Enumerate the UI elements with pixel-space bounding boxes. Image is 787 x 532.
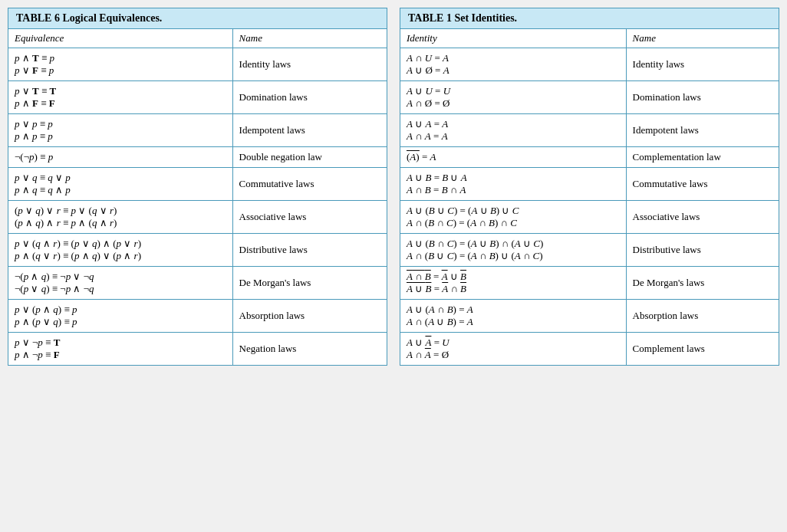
table-row: (p ∨ q) ∨ r ≡ p ∨ (q ∨ r)(p ∧ q) ∧ r ≡ p… (8, 201, 387, 234)
name-cell: Complement laws (626, 333, 779, 366)
name-cell: Absorption laws (232, 300, 387, 333)
formula-cell: p ∨ T ≡ Tp ∧ F ≡ F (8, 81, 232, 114)
identity-cell: A ∪ A = UA ∩ A = Ø (400, 333, 626, 366)
table1-col2-header: Name (626, 29, 779, 48)
table-row: A ∪ U = UA ∩ Ø = ØDomination laws (400, 81, 779, 114)
table1-num: TABLE 1 (408, 12, 452, 24)
table-row: p ∨ T ≡ Tp ∧ F ≡ FDomination laws (8, 81, 387, 114)
table1-title: Set Identities. (454, 12, 517, 24)
table-row: (A) = AComplementation law (400, 147, 779, 168)
table1-header: TABLE 1 Set Identities. (400, 8, 779, 29)
table-row: p ∨ ¬p ≡ Tp ∧ ¬p ≡ FNegation laws (8, 333, 387, 366)
table6-header: TABLE 6 Logical Equivalences. (8, 8, 387, 29)
table-row: p ∨ (p ∧ q) ≡ pp ∧ (p ∨ q) ≡ pAbsorption… (8, 300, 387, 333)
name-cell: Identity laws (232, 48, 387, 81)
formula-cell: p ∨ (p ∧ q) ≡ pp ∧ (p ∨ q) ≡ p (8, 300, 232, 333)
name-cell: Idempotent laws (626, 114, 779, 147)
table-row: A ∪ A = AA ∩ A = AIdempotent laws (400, 114, 779, 147)
formula-cell: p ∨ ¬p ≡ Tp ∧ ¬p ≡ F (8, 333, 232, 366)
name-cell: Negation laws (232, 333, 387, 366)
table-row: A ∪ B = B ∪ AA ∩ B = B ∩ ACommutative la… (400, 168, 779, 201)
table1-wrapper: TABLE 1 Set Identities. Identity Name A … (400, 8, 779, 366)
table-row: p ∧ T ≡ pp ∨ F ≡ pIdentity laws (8, 48, 387, 81)
page-container: TABLE 6 Logical Equivalences. Equivalenc… (8, 8, 779, 366)
table-row: A ∪ (A ∩ B) = AA ∩ (A ∪ B) = AAbsorption… (400, 300, 779, 333)
table-row: p ∨ q ≡ q ∨ pp ∧ q ≡ q ∧ pCommutative la… (8, 168, 387, 201)
name-cell: Idempotent laws (232, 114, 387, 147)
identity-cell: A ∩ B = A ∪ BA ∪ B = A ∩ B (400, 267, 626, 300)
name-cell: Domination laws (626, 81, 779, 114)
identity-cell: A ∪ U = UA ∩ Ø = Ø (400, 81, 626, 114)
name-cell: Complementation law (626, 147, 779, 168)
name-cell: Commutative laws (232, 168, 387, 201)
formula-cell: ¬(p ∧ q) ≡ ¬p ∨ ¬q¬(p ∨ q) ≡ ¬p ∧ ¬q (8, 267, 232, 300)
identity-cell: A ∪ (B ∪ C) = (A ∪ B) ∪ CA ∩ (B ∩ C) = (… (400, 201, 626, 234)
table6-wrapper: TABLE 6 Logical Equivalences. Equivalenc… (8, 8, 387, 366)
name-cell: Commutative laws (626, 168, 779, 201)
table-row: p ∨ (q ∧ r) ≡ (p ∨ q) ∧ (p ∨ r)p ∧ (q ∨ … (8, 234, 387, 267)
name-cell: De Morgan's laws (626, 267, 779, 300)
formula-cell: p ∨ q ≡ q ∨ pp ∧ q ≡ q ∧ p (8, 168, 232, 201)
identity-cell: (A) = A (400, 147, 626, 168)
name-cell: De Morgan's laws (232, 267, 387, 300)
identity-cell: A ∪ A = AA ∩ A = A (400, 114, 626, 147)
table-row: A ∩ U = AA ∪ Ø = AIdentity laws (400, 48, 779, 81)
name-cell: Distributive laws (232, 234, 387, 267)
name-cell: Associative laws (626, 201, 779, 234)
table6: Equivalence Name p ∧ T ≡ pp ∨ F ≡ pIdent… (8, 29, 387, 365)
table-row: ¬(p ∧ q) ≡ ¬p ∨ ¬q¬(p ∨ q) ≡ ¬p ∧ ¬qDe M… (8, 267, 387, 300)
name-cell: Identity laws (626, 48, 779, 81)
identity-cell: A ∪ (A ∩ B) = AA ∩ (A ∪ B) = A (400, 300, 626, 333)
name-cell: Domination laws (232, 81, 387, 114)
formula-cell: p ∨ (q ∧ r) ≡ (p ∨ q) ∧ (p ∨ r)p ∧ (q ∨ … (8, 234, 232, 267)
name-cell: Distributive laws (626, 234, 779, 267)
identity-cell: A ∪ B = B ∪ AA ∩ B = B ∩ A (400, 168, 626, 201)
formula-cell: ¬(¬p) ≡ p (8, 147, 232, 168)
formula-cell: p ∧ T ≡ pp ∨ F ≡ p (8, 48, 232, 81)
name-cell: Double negation law (232, 147, 387, 168)
identity-cell: A ∩ U = AA ∪ Ø = A (400, 48, 626, 81)
table-row: A ∪ A = UA ∩ A = ØComplement laws (400, 333, 779, 366)
table-row: A ∪ (B ∪ C) = (A ∪ B) ∪ CA ∩ (B ∩ C) = (… (400, 201, 779, 234)
name-cell: Absorption laws (626, 300, 779, 333)
table-row: A ∪ (B ∩ C) = (A ∪ B) ∩ (A ∪ C)A ∩ (B ∪ … (400, 234, 779, 267)
table6-col2-header: Name (232, 29, 387, 48)
table6-col1-header: Equivalence (8, 29, 232, 48)
table1-col1-header: Identity (400, 29, 626, 48)
formula-cell: p ∨ p ≡ pp ∧ p ≡ p (8, 114, 232, 147)
table-row: p ∨ p ≡ pp ∧ p ≡ pIdempotent laws (8, 114, 387, 147)
identity-cell: A ∪ (B ∩ C) = (A ∪ B) ∩ (A ∪ C)A ∩ (B ∪ … (400, 234, 626, 267)
table6-title: Logical Equivalences. (62, 12, 162, 24)
table-row: ¬(¬p) ≡ pDouble negation law (8, 147, 387, 168)
table1: Identity Name A ∩ U = AA ∪ Ø = AIdentity… (400, 29, 779, 365)
name-cell: Associative laws (232, 201, 387, 234)
table6-num: TABLE 6 (16, 12, 60, 24)
table-row: A ∩ B = A ∪ BA ∪ B = A ∩ BDe Morgan's la… (400, 267, 779, 300)
formula-cell: (p ∨ q) ∨ r ≡ p ∨ (q ∨ r)(p ∧ q) ∧ r ≡ p… (8, 201, 232, 234)
